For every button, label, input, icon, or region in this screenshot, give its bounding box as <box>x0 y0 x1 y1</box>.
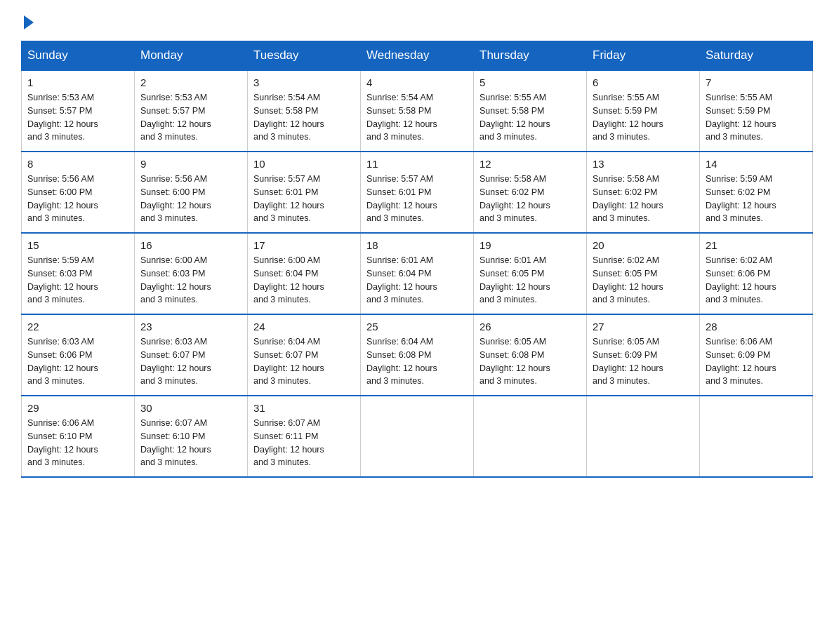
calendar-cell: 3 Sunrise: 5:54 AMSunset: 5:58 PMDayligh… <box>248 70 361 152</box>
calendar-cell: 22 Sunrise: 6:03 AMSunset: 6:06 PMDaylig… <box>22 314 135 396</box>
calendar-cell: 23 Sunrise: 6:03 AMSunset: 6:07 PMDaylig… <box>135 314 248 396</box>
day-number: 18 <box>366 239 468 251</box>
day-number: 16 <box>140 239 241 251</box>
day-number: 8 <box>27 158 128 170</box>
day-info: Sunrise: 6:01 AMSunset: 6:04 PMDaylight:… <box>366 254 468 307</box>
calendar-cell: 31 Sunrise: 6:07 AMSunset: 6:11 PMDaylig… <box>248 396 361 477</box>
day-info: Sunrise: 6:06 AMSunset: 6:09 PMDaylight:… <box>706 335 807 388</box>
day-number: 5 <box>479 76 581 88</box>
logo-arrow-icon <box>24 15 34 29</box>
calendar-cell: 17 Sunrise: 6:00 AMSunset: 6:04 PMDaylig… <box>248 233 361 314</box>
day-info: Sunrise: 5:55 AMSunset: 5:59 PMDaylight:… <box>593 91 694 144</box>
calendar-cell: 14 Sunrise: 5:59 AMSunset: 6:02 PMDaylig… <box>700 152 813 233</box>
calendar-cell: 10 Sunrise: 5:57 AMSunset: 6:01 PMDaylig… <box>248 152 361 233</box>
day-number: 30 <box>140 402 241 414</box>
day-number: 22 <box>27 321 128 333</box>
day-info: Sunrise: 6:06 AMSunset: 6:10 PMDaylight:… <box>27 417 128 469</box>
calendar-cell <box>700 396 813 477</box>
header-thursday: Thursday <box>474 41 587 71</box>
calendar-cell: 27 Sunrise: 6:05 AMSunset: 6:09 PMDaylig… <box>587 314 700 396</box>
day-info: Sunrise: 6:05 AMSunset: 6:08 PMDaylight:… <box>479 335 581 388</box>
calendar-cell: 9 Sunrise: 5:56 AMSunset: 6:00 PMDayligh… <box>135 152 248 233</box>
calendar-cell: 25 Sunrise: 6:04 AMSunset: 6:08 PMDaylig… <box>361 314 474 396</box>
header-saturday: Saturday <box>700 41 813 71</box>
day-number: 25 <box>366 321 468 333</box>
calendar-cell: 11 Sunrise: 5:57 AMSunset: 6:01 PMDaylig… <box>361 152 474 233</box>
header-wednesday: Wednesday <box>361 41 474 71</box>
calendar-cell: 12 Sunrise: 5:58 AMSunset: 6:02 PMDaylig… <box>474 152 587 233</box>
day-number: 11 <box>366 158 468 170</box>
day-info: Sunrise: 5:59 AMSunset: 6:02 PMDaylight:… <box>706 173 807 225</box>
day-number: 1 <box>27 76 128 88</box>
calendar-week-row: 15 Sunrise: 5:59 AMSunset: 6:03 PMDaylig… <box>22 233 813 314</box>
day-number: 21 <box>706 239 807 251</box>
header-friday: Friday <box>587 41 700 71</box>
header-monday: Monday <box>135 41 248 71</box>
calendar-cell: 5 Sunrise: 5:55 AMSunset: 5:58 PMDayligh… <box>474 70 587 152</box>
calendar-cell: 1 Sunrise: 5:53 AMSunset: 5:57 PMDayligh… <box>22 70 135 152</box>
calendar-cell: 8 Sunrise: 5:56 AMSunset: 6:00 PMDayligh… <box>22 152 135 233</box>
calendar-week-row: 1 Sunrise: 5:53 AMSunset: 5:57 PMDayligh… <box>22 70 813 152</box>
day-info: Sunrise: 5:53 AMSunset: 5:57 PMDaylight:… <box>140 91 241 144</box>
calendar-cell: 20 Sunrise: 6:02 AMSunset: 6:05 PMDaylig… <box>587 233 700 314</box>
logo-top <box>21 14 34 29</box>
day-info: Sunrise: 5:54 AMSunset: 5:58 PMDaylight:… <box>366 91 468 144</box>
day-number: 7 <box>706 76 807 88</box>
day-number: 26 <box>479 321 581 333</box>
day-info: Sunrise: 6:00 AMSunset: 6:04 PMDaylight:… <box>253 254 355 307</box>
calendar-cell: 28 Sunrise: 6:06 AMSunset: 6:09 PMDaylig… <box>700 314 813 396</box>
day-info: Sunrise: 6:07 AMSunset: 6:10 PMDaylight:… <box>140 417 241 469</box>
header-tuesday: Tuesday <box>248 41 361 71</box>
day-info: Sunrise: 5:57 AMSunset: 6:01 PMDaylight:… <box>253 173 355 225</box>
calendar-cell: 18 Sunrise: 6:01 AMSunset: 6:04 PMDaylig… <box>361 233 474 314</box>
day-number: 28 <box>706 321 807 333</box>
day-info: Sunrise: 5:54 AMSunset: 5:58 PMDaylight:… <box>253 91 355 144</box>
day-number: 10 <box>253 158 355 170</box>
day-info: Sunrise: 6:04 AMSunset: 6:07 PMDaylight:… <box>253 335 355 388</box>
calendar-header-row: SundayMondayTuesdayWednesdayThursdayFrid… <box>22 41 813 71</box>
day-info: Sunrise: 5:59 AMSunset: 6:03 PMDaylight:… <box>27 254 128 307</box>
day-info: Sunrise: 6:01 AMSunset: 6:05 PMDaylight:… <box>479 254 581 307</box>
calendar-cell: 30 Sunrise: 6:07 AMSunset: 6:10 PMDaylig… <box>135 396 248 477</box>
day-info: Sunrise: 6:04 AMSunset: 6:08 PMDaylight:… <box>366 335 468 388</box>
day-number: 9 <box>140 158 241 170</box>
day-info: Sunrise: 6:00 AMSunset: 6:03 PMDaylight:… <box>140 254 241 307</box>
day-number: 23 <box>140 321 241 333</box>
day-number: 12 <box>479 158 581 170</box>
day-number: 13 <box>593 158 694 170</box>
day-number: 4 <box>366 76 468 88</box>
page-header <box>21 14 813 27</box>
day-info: Sunrise: 5:56 AMSunset: 6:00 PMDaylight:… <box>27 173 128 225</box>
calendar-table: SundayMondayTuesdayWednesdayThursdayFrid… <box>21 41 813 478</box>
day-number: 31 <box>253 402 355 414</box>
calendar-cell <box>361 396 474 477</box>
day-number: 29 <box>27 402 128 414</box>
day-number: 27 <box>593 321 694 333</box>
calendar-cell: 16 Sunrise: 6:00 AMSunset: 6:03 PMDaylig… <box>135 233 248 314</box>
day-number: 14 <box>706 158 807 170</box>
header-sunday: Sunday <box>22 41 135 71</box>
day-info: Sunrise: 5:55 AMSunset: 5:59 PMDaylight:… <box>706 91 807 144</box>
calendar-week-row: 8 Sunrise: 5:56 AMSunset: 6:00 PMDayligh… <box>22 152 813 233</box>
day-info: Sunrise: 5:58 AMSunset: 6:02 PMDaylight:… <box>479 173 581 225</box>
day-info: Sunrise: 5:55 AMSunset: 5:58 PMDaylight:… <box>479 91 581 144</box>
day-info: Sunrise: 6:02 AMSunset: 6:06 PMDaylight:… <box>706 254 807 307</box>
calendar-cell: 2 Sunrise: 5:53 AMSunset: 5:57 PMDayligh… <box>135 70 248 152</box>
day-info: Sunrise: 6:02 AMSunset: 6:05 PMDaylight:… <box>593 254 694 307</box>
day-number: 2 <box>140 76 241 88</box>
calendar-cell: 21 Sunrise: 6:02 AMSunset: 6:06 PMDaylig… <box>700 233 813 314</box>
calendar-cell: 6 Sunrise: 5:55 AMSunset: 5:59 PMDayligh… <box>587 70 700 152</box>
calendar-cell <box>587 396 700 477</box>
calendar-cell: 29 Sunrise: 6:06 AMSunset: 6:10 PMDaylig… <box>22 396 135 477</box>
calendar-cell: 26 Sunrise: 6:05 AMSunset: 6:08 PMDaylig… <box>474 314 587 396</box>
day-number: 6 <box>593 76 694 88</box>
day-info: Sunrise: 6:03 AMSunset: 6:07 PMDaylight:… <box>140 335 241 388</box>
logo <box>21 14 34 27</box>
day-info: Sunrise: 5:56 AMSunset: 6:00 PMDaylight:… <box>140 173 241 225</box>
calendar-cell: 24 Sunrise: 6:04 AMSunset: 6:07 PMDaylig… <box>248 314 361 396</box>
day-number: 19 <box>479 239 581 251</box>
calendar-cell: 7 Sunrise: 5:55 AMSunset: 5:59 PMDayligh… <box>700 70 813 152</box>
day-number: 15 <box>27 239 128 251</box>
day-number: 17 <box>253 239 355 251</box>
day-number: 24 <box>253 321 355 333</box>
